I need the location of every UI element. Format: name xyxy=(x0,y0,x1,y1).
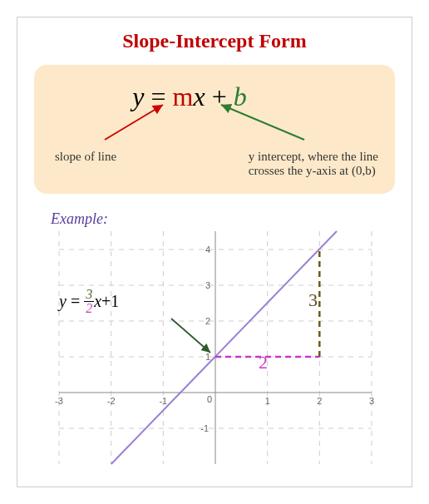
eq-x: x xyxy=(193,82,205,111)
svg-text:1: 1 xyxy=(205,352,210,362)
eq-m: m xyxy=(173,82,194,111)
formula-box: y = mx + b slope of line y intercept, wh… xyxy=(34,65,395,194)
diagram-container: Slope-Intercept Form y = mx + b slope of… xyxy=(17,17,412,487)
svg-text:3: 3 xyxy=(369,396,374,406)
svg-text:3: 3 xyxy=(205,280,210,290)
main-equation: y = mx + b xyxy=(1,82,378,112)
intercept-line1: y intercept, where the line xyxy=(249,150,378,163)
page-title: Slope-Intercept Form xyxy=(34,30,395,52)
svg-text:-1: -1 xyxy=(159,396,167,406)
ex-plus: + xyxy=(101,292,111,310)
svg-text:0: 0 xyxy=(207,394,212,404)
intercept-annotation: y intercept, where the line crosses the … xyxy=(249,150,378,178)
slope-annotation: slope of line xyxy=(55,150,116,178)
example-equation: y = 32x+1 xyxy=(59,289,119,317)
run-label: 2 xyxy=(259,352,268,373)
ex-c: 1 xyxy=(111,292,119,310)
eq-plus: + xyxy=(205,82,234,111)
ex-fraction: 32 xyxy=(84,288,94,315)
ex-den: 2 xyxy=(86,301,92,315)
svg-text:4: 4 xyxy=(205,245,210,254)
intercept-line2: crosses the y-axis at (0,b) xyxy=(249,164,376,177)
svg-text:2: 2 xyxy=(317,396,322,406)
ex-eq: = xyxy=(67,292,84,310)
ex-num: 3 xyxy=(86,287,92,301)
axis-ticks: -3 -2 -1 0 1 2 3 -1 1 2 3 4 xyxy=(55,245,374,433)
svg-text:2: 2 xyxy=(205,316,210,326)
graph-plot: -3 -2 -1 0 1 2 3 -1 1 2 3 4 xyxy=(34,223,397,472)
svg-text:-2: -2 xyxy=(107,396,116,406)
ex-y: y xyxy=(59,292,67,310)
annotation-row: slope of line y intercept, where the lin… xyxy=(51,150,378,178)
rise-label: 3 xyxy=(308,289,318,311)
eq-y: y xyxy=(132,82,144,111)
svg-text:1: 1 xyxy=(265,396,270,406)
eq-equals: = xyxy=(145,82,173,111)
ex-x: x xyxy=(94,292,101,310)
graph-area: Example: -3 -2 xyxy=(34,210,395,468)
eq-b: b xyxy=(234,82,247,111)
svg-text:-3: -3 xyxy=(55,396,63,406)
svg-text:-1: -1 xyxy=(200,423,209,433)
function-line xyxy=(111,231,337,464)
